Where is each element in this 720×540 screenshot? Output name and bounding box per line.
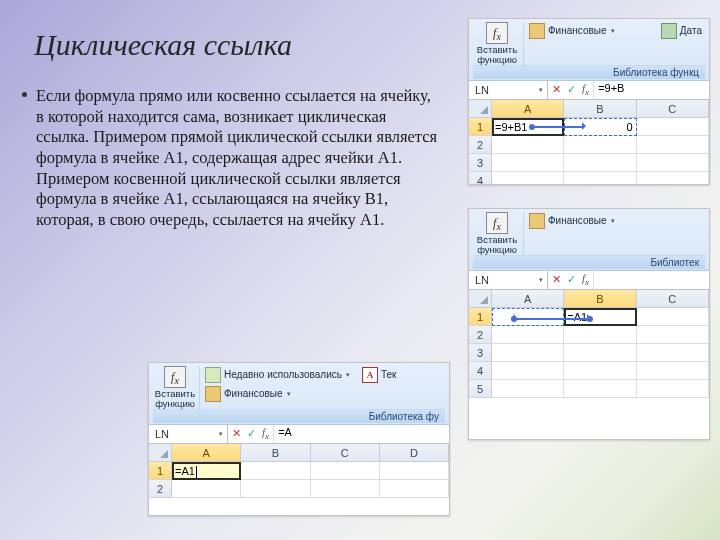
name-box[interactable]: LN ▾ — [469, 81, 548, 99]
cancel-icon[interactable]: ✕ — [552, 83, 561, 96]
spreadsheet-grid[interactable]: A B C 1 =9+B1 0 2 3 4 5 — [469, 100, 709, 185]
date-icon — [661, 23, 677, 39]
fx-icon[interactable]: fx — [262, 426, 269, 441]
chevron-down-icon: ▾ — [539, 86, 543, 94]
formula-input[interactable]: =9+B — [594, 81, 709, 99]
slide: Циклическая ссылка Если формула прямо ил… — [0, 0, 720, 540]
insert-function-button[interactable]: fx Вставить функцию — [153, 366, 200, 409]
screenshot-indirect-left: fx Вставить функцию Финансовые ▾ — [468, 18, 710, 185]
spreadsheet-grid[interactable]: A B C 1 =A1 2 3 4 5 — [469, 290, 709, 398]
formula-input[interactable] — [594, 271, 709, 289]
chevron-down-icon: ▾ — [611, 27, 615, 35]
row-header[interactable]: 1 — [469, 308, 492, 326]
cancel-icon[interactable]: ✕ — [552, 273, 561, 286]
column-header[interactable]: C — [637, 100, 709, 118]
chevron-down-icon: ▾ — [611, 217, 615, 225]
column-header[interactable]: A — [492, 100, 564, 118]
confirm-icon[interactable]: ✓ — [567, 273, 576, 286]
column-header[interactable]: A — [492, 290, 564, 308]
chevron-down-icon: ▾ — [287, 390, 291, 398]
column-header[interactable]: C — [311, 444, 380, 462]
text-cursor — [196, 466, 197, 478]
finance-button[interactable]: Финансовые ▾ — [202, 386, 294, 401]
ribbon: fx Вставить функцию Финансовые ▾ Библиот… — [469, 209, 709, 271]
text-button[interactable]: A Тек — [359, 367, 399, 382]
ribbon: fx Вставить функцию Финансовые ▾ — [469, 19, 709, 81]
finance-icon — [529, 213, 545, 229]
column-header[interactable]: B — [564, 290, 636, 308]
name-box[interactable]: LN ▾ — [469, 271, 548, 289]
column-header[interactable]: A — [172, 444, 241, 462]
cell-a1[interactable]: =9+B1 — [492, 118, 564, 136]
body-paragraph: Если формула прямо или косвенно ссылаетс… — [36, 86, 437, 229]
bullet-icon — [22, 92, 27, 97]
recent-icon — [205, 367, 221, 383]
confirm-icon[interactable]: ✓ — [567, 83, 576, 96]
spreadsheet-grid[interactable]: A B C D 1 =A1 2 — [149, 444, 449, 498]
slide-title: Циклическая ссылка — [34, 28, 292, 62]
select-all-corner[interactable] — [469, 290, 492, 308]
insert-function-button[interactable]: fx Вставить функцию — [473, 212, 524, 255]
chevron-down-icon: ▾ — [346, 371, 350, 379]
date-button[interactable]: Дата — [658, 23, 705, 38]
ribbon-group-caption: Библиотека фу — [153, 409, 445, 423]
cell-b1[interactable]: =A1 — [564, 308, 636, 326]
screenshot-direct: fx Вставить функцию Недавно использовали… — [148, 362, 450, 516]
finance-button[interactable]: Финансовые ▾ — [526, 213, 618, 228]
finance-icon — [529, 23, 545, 39]
chevron-down-icon: ▾ — [539, 276, 543, 284]
column-header[interactable]: B — [564, 100, 636, 118]
row-header[interactable]: 2 — [149, 480, 172, 498]
cell[interactable] — [637, 118, 709, 136]
fx-icon[interactable]: fx — [582, 272, 589, 287]
column-header[interactable]: B — [241, 444, 310, 462]
cell-b1[interactable]: 0 — [564, 118, 636, 136]
ribbon-group-caption: Библиотека функц — [473, 65, 705, 79]
text-icon: A — [362, 367, 378, 383]
cell-a1[interactable]: =A1 — [172, 462, 241, 480]
cancel-icon[interactable]: ✕ — [232, 427, 241, 440]
column-header[interactable]: D — [380, 444, 449, 462]
screenshot-indirect-right: fx Вставить функцию Финансовые ▾ Библиот… — [468, 208, 710, 440]
cell-a1[interactable] — [492, 308, 564, 326]
formula-input[interactable]: =A — [274, 425, 449, 443]
ribbon-group-caption: Библиотек — [473, 255, 705, 269]
column-header[interactable]: C — [637, 290, 709, 308]
fx-icon: fx — [486, 22, 508, 44]
chevron-down-icon: ▾ — [219, 430, 223, 438]
fx-icon: fx — [164, 366, 186, 388]
name-box[interactable]: LN ▾ — [149, 425, 228, 443]
finance-icon — [205, 386, 221, 402]
select-all-corner[interactable] — [149, 444, 172, 462]
fx-icon: fx — [486, 212, 508, 234]
slide-body: Если формула прямо или косвенно ссылаетс… — [36, 86, 438, 230]
ribbon: fx Вставить функцию Недавно использовали… — [149, 363, 449, 425]
fx-icon[interactable]: fx — [582, 82, 589, 97]
select-all-corner[interactable] — [469, 100, 492, 118]
formula-bar: LN ▾ ✕ ✓ fx =9+B — [469, 81, 709, 100]
row-header[interactable]: 1 — [469, 118, 492, 136]
insert-function-button[interactable]: fx Вставить функцию — [473, 22, 524, 65]
formula-bar: LN ▾ ✕ ✓ fx =A — [149, 425, 449, 444]
finance-button[interactable]: Финансовые ▾ — [526, 23, 618, 38]
cell[interactable] — [637, 308, 709, 326]
formula-bar: LN ▾ ✕ ✓ fx — [469, 271, 709, 290]
row-header[interactable]: 1 — [149, 462, 172, 480]
confirm-icon[interactable]: ✓ — [247, 427, 256, 440]
recent-button[interactable]: Недавно использовались ▾ — [202, 367, 353, 382]
